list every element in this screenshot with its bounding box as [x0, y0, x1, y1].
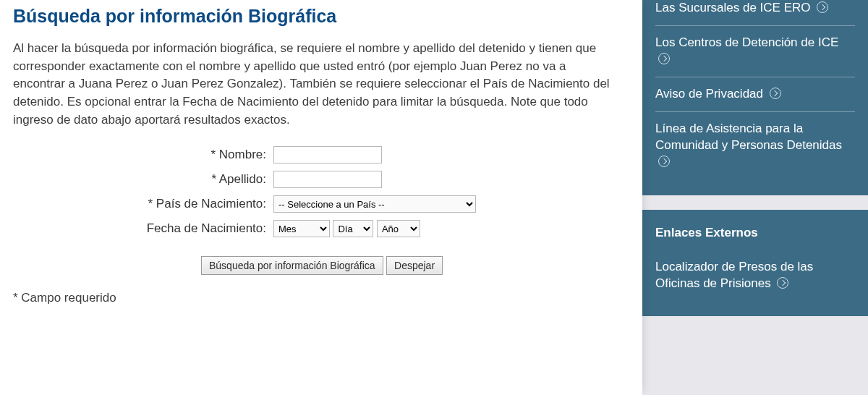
search-button[interactable]: Búsqueda por información Biográfica — [201, 256, 383, 275]
dob-month-select[interactable]: Mes — [273, 220, 330, 237]
sidebar-link-label: Los Centros de Detención de ICE — [655, 35, 838, 49]
sidebar-link-ero-offices[interactable]: Las Sucursales de ICE ERO — [655, 0, 855, 25]
sidebar-link-label: Localizador de Presos de las Oficinas de… — [655, 260, 813, 290]
page-title: Búsqueda por información Biográfica — [13, 6, 615, 27]
sidebar-link-assistance-line[interactable]: Línea de Asistencia para la Comunidad y … — [655, 111, 855, 179]
arrow-right-icon — [658, 53, 670, 64]
dob-year-select[interactable]: Año — [377, 220, 420, 237]
last-name-label: * Apellido: — [13, 172, 273, 187]
first-name-label: * Nombre: — [13, 148, 273, 162]
sidebar-group-resources: Las Sucursales de ICE ERO Los Centros de… — [642, 0, 868, 195]
sidebar-link-detention-centers[interactable]: Los Centros de Detención de ICE — [655, 25, 855, 77]
required-note: * Campo requerido — [13, 291, 615, 305]
sidebar-link-privacy[interactable]: Aviso de Privacidad — [655, 77, 855, 111]
sidebar-link-bop-locator[interactable]: Localizador de Presos de las Oficinas de… — [655, 250, 855, 301]
sidebar: Las Sucursales de ICE ERO Los Centros de… — [642, 0, 868, 395]
dob-label: Fecha de Nacimiento: — [13, 221, 273, 236]
sidebar-link-label: Aviso de Privacidad — [655, 87, 763, 101]
clear-button[interactable]: Despejar — [386, 256, 443, 275]
sidebar-link-label: Línea de Asistencia para la Comunidad y … — [655, 122, 842, 152]
country-label: * País de Nacimiento: — [13, 197, 273, 211]
intro-text: Al hacer la búsqueda por información bio… — [13, 40, 615, 129]
sidebar-link-label: Las Sucursales de ICE ERO — [655, 1, 810, 14]
main-content: Búsqueda por información Biográfica Al h… — [0, 0, 642, 395]
arrow-right-icon — [770, 88, 781, 99]
arrow-right-icon — [658, 156, 670, 167]
biographic-search-form: * Nombre: * Apellido: * País de Nacimien… — [13, 146, 615, 305]
dob-day-select[interactable]: Día — [333, 220, 373, 237]
arrow-right-icon — [817, 1, 828, 13]
sidebar-group-external-title: Enlaces Externos — [655, 210, 855, 250]
sidebar-group-external: Enlaces Externos Localizador de Presos d… — [642, 210, 868, 317]
country-select[interactable]: -- Seleccione a un País -- — [273, 195, 476, 213]
last-name-input[interactable] — [273, 171, 382, 188]
first-name-input[interactable] — [273, 146, 382, 163]
arrow-right-icon — [777, 277, 788, 289]
